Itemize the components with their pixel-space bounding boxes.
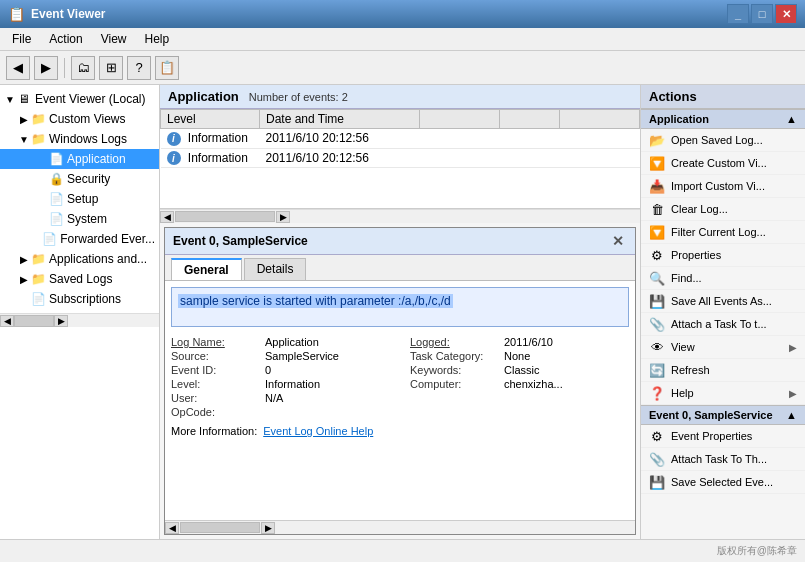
- col-level[interactable]: Level: [161, 110, 260, 129]
- event-detail-panel: Event 0, SampleService ✕ General Details…: [164, 227, 636, 535]
- detail-hscrollbar[interactable]: ◀ ▶: [165, 520, 635, 534]
- tree-expand-winlogs[interactable]: ▼: [18, 134, 30, 145]
- forward-button[interactable]: ▶: [34, 56, 58, 80]
- tree-item-application[interactable]: 📄 Application: [0, 149, 159, 169]
- event-properties-icon: ⚙: [649, 428, 665, 444]
- more-info-label: More Information:: [171, 425, 257, 437]
- toolbar: ◀ ▶ 🗂 ⊞ ? 📋: [0, 51, 805, 85]
- tree-panel: ▼ 🖥 Event Viewer (Local) ▶ 📁 Custom View…: [0, 85, 160, 539]
- row1-source: [420, 129, 500, 149]
- action-open-saved-log[interactable]: 📂 Open Saved Log...: [641, 129, 805, 152]
- window-controls: _ □ ✕: [727, 4, 797, 24]
- table-row[interactable]: i Information 2011/6/10 20:12:56: [161, 129, 640, 149]
- action-section-application[interactable]: Application ▲: [641, 109, 805, 129]
- event-fields-grid: Log Name: Application Source: SampleServ…: [171, 335, 629, 419]
- tree-forwarded-label: Forwarded Ever...: [60, 232, 155, 246]
- menu-help[interactable]: Help: [137, 30, 178, 48]
- tree-item-subscriptions[interactable]: 📄 Subscriptions: [0, 289, 159, 309]
- action-import-custom-view-label: Import Custom Vi...: [671, 180, 797, 192]
- action-import-custom-view[interactable]: 📥 Import Custom Vi...: [641, 175, 805, 198]
- action-attach-task[interactable]: 📎 Attach a Task To t...: [641, 313, 805, 336]
- table-hscroll-left[interactable]: ◀: [160, 211, 174, 223]
- view-arrow: ▶: [789, 342, 797, 353]
- saved-logs-icon: 📁: [30, 271, 46, 287]
- event-log-help-link[interactable]: Event Log Online Help: [263, 425, 373, 437]
- properties-button[interactable]: ⊞: [99, 56, 123, 80]
- action-section-event[interactable]: Event 0, SampleService ▲: [641, 405, 805, 425]
- back-button[interactable]: ◀: [6, 56, 30, 80]
- action-section-application-label: Application: [649, 113, 709, 125]
- tree-expand-custom[interactable]: ▶: [18, 114, 30, 125]
- tree-item-security[interactable]: 🔒 Security: [0, 169, 159, 189]
- tree-item-windows-logs[interactable]: ▼ 📁 Windows Logs: [0, 129, 159, 149]
- menu-file[interactable]: File: [4, 30, 39, 48]
- open-saved-log-icon: 📂: [649, 132, 665, 148]
- table-hscroll-right[interactable]: ▶: [276, 211, 290, 223]
- tree-item-saved-logs[interactable]: ▶ 📁 Saved Logs: [0, 269, 159, 289]
- tree-expand-root[interactable]: ▼: [4, 94, 16, 105]
- detail-hscroll-left[interactable]: ◀: [165, 522, 179, 534]
- action-create-custom-view[interactable]: 🔽 Create Custom Vi...: [641, 152, 805, 175]
- tree-item-system[interactable]: 📄 System: [0, 209, 159, 229]
- table-hscroll-thumb[interactable]: [175, 211, 275, 222]
- action-view[interactable]: 👁 View ▶: [641, 336, 805, 359]
- action-save-all-events[interactable]: 💾 Save All Events As...: [641, 290, 805, 313]
- tree-security-label: Security: [67, 172, 110, 186]
- event-message-box[interactable]: sample service is started with parameter…: [171, 287, 629, 327]
- tree-item-apps-services[interactable]: ▶ 📁 Applications and...: [0, 249, 159, 269]
- event-id-label: Event ID:: [171, 364, 261, 376]
- scope-button[interactable]: 🗂: [71, 56, 95, 80]
- action-clear-log[interactable]: 🗑 Clear Log...: [641, 198, 805, 221]
- tab-details[interactable]: Details: [244, 258, 307, 280]
- action-open-saved-log-label: Open Saved Log...: [671, 134, 797, 146]
- row2-level: i Information: [161, 148, 260, 168]
- action-refresh-label: Refresh: [671, 364, 797, 376]
- row2-source: [420, 148, 500, 168]
- help-button[interactable]: ?: [127, 56, 151, 80]
- event-detail-close[interactable]: ✕: [609, 232, 627, 250]
- tree-subscriptions-label: Subscriptions: [49, 292, 121, 306]
- hscroll-right[interactable]: ▶: [54, 315, 68, 327]
- action-attach-task-to-event[interactable]: 📎 Attach Task To Th...: [641, 448, 805, 471]
- close-button[interactable]: ✕: [775, 4, 797, 24]
- table-row[interactable]: i Information 2011/6/10 20:12:56: [161, 148, 640, 168]
- tree-hscrollbar[interactable]: ◀ ▶: [0, 313, 159, 327]
- hscroll-thumb[interactable]: [14, 315, 54, 327]
- col-datetime[interactable]: Date and Time: [260, 110, 420, 129]
- app-icon: 📋: [8, 6, 25, 22]
- menu-view[interactable]: View: [93, 30, 135, 48]
- action-refresh[interactable]: 🔄 Refresh: [641, 359, 805, 382]
- detail-hscroll-right[interactable]: ▶: [261, 522, 275, 534]
- maximize-button[interactable]: □: [751, 4, 773, 24]
- minimize-button[interactable]: _: [727, 4, 749, 24]
- field-user: User: N/A: [171, 391, 390, 405]
- tree-root[interactable]: ▼ 🖥 Event Viewer (Local): [0, 89, 159, 109]
- field-event-id: Event ID: 0: [171, 363, 390, 377]
- tree-expand-apps[interactable]: ▶: [18, 254, 30, 265]
- action-properties[interactable]: ⚙ Properties: [641, 244, 805, 267]
- action-find[interactable]: 🔍 Find...: [641, 267, 805, 290]
- detail-hscroll-thumb[interactable]: [180, 522, 260, 533]
- event-fields-right: Logged: 2011/6/10 Task Category: None Ke…: [410, 335, 629, 419]
- tree-expand-saved[interactable]: ▶: [18, 274, 30, 285]
- tree-custom-views-label: Custom Views: [49, 112, 125, 126]
- action-filter-log[interactable]: 🔽 Filter Current Log...: [641, 221, 805, 244]
- tree-item-setup[interactable]: 📄 Setup: [0, 189, 159, 209]
- menu-action[interactable]: Action: [41, 30, 90, 48]
- action-help[interactable]: ❓ Help ▶: [641, 382, 805, 405]
- action-event-properties[interactable]: ⚙ Event Properties: [641, 425, 805, 448]
- watermark: 版权所有@陈希章: [717, 544, 797, 558]
- action-save-selected-label: Save Selected Eve...: [671, 476, 797, 488]
- tree-item-forwarded[interactable]: 📄 Forwarded Ever...: [0, 229, 159, 249]
- custom-views-icon: 📁: [30, 111, 46, 127]
- tab-bar: General Details: [165, 255, 635, 281]
- table-hscrollbar[interactable]: ◀ ▶: [160, 209, 640, 223]
- tree-item-custom-views[interactable]: ▶ 📁 Custom Views: [0, 109, 159, 129]
- tab-general[interactable]: General: [171, 258, 242, 280]
- action-save-selected-events[interactable]: 💾 Save Selected Eve...: [641, 471, 805, 494]
- info-icon-2: i: [167, 151, 181, 165]
- more-info-row: More Information: Event Log Online Help: [171, 425, 629, 437]
- hscroll-left[interactable]: ◀: [0, 315, 14, 327]
- log-table-container[interactable]: Level Date and Time i Information 2011/6…: [160, 109, 640, 209]
- extra-button[interactable]: 📋: [155, 56, 179, 80]
